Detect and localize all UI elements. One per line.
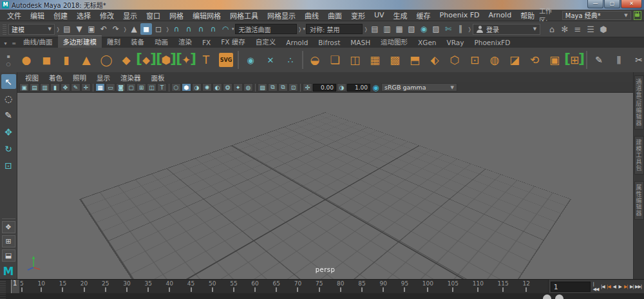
bookmark-view-icon[interactable]: ▥ — [40, 83, 50, 92]
mirror-icon[interactable]: ◫ — [345, 50, 365, 70]
render-view-icon[interactable]: ▤ — [369, 23, 381, 35]
shelf-tab[interactable]: VRay — [442, 38, 469, 48]
grease-pencil-icon[interactable]: ✎ — [71, 83, 80, 92]
sidebar-tab[interactable]: 属性编辑器 — [634, 181, 644, 220]
symmetry-caret[interactable]: ▾ — [303, 26, 306, 32]
shaded-mode-icon[interactable]: ⬢ — [182, 83, 191, 92]
group-separator[interactable]: ❭ — [166, 23, 169, 35]
group-separator[interactable]: ❭ — [124, 23, 126, 35]
frame-tick[interactable]: 85 — [358, 280, 365, 293]
shelf-tab[interactable]: XGen — [413, 38, 441, 48]
snap-to-curve-icon[interactable]: ∩ — [183, 23, 194, 35]
fold-icon[interactable]: ◪ — [505, 50, 524, 70]
snap-to-point-icon[interactable]: ∩ — [195, 23, 207, 35]
frame-tick[interactable]: 30 — [123, 280, 130, 293]
frame-tick[interactable]: 50 — [209, 280, 216, 293]
poly-disc-icon[interactable]: ⬥ — [137, 50, 156, 70]
play-backwards-button[interactable]: ◀ — [611, 282, 617, 292]
shelf-tab[interactable]: FX 缓存 — [216, 36, 251, 48]
frame-tick[interactable]: 60 — [251, 280, 258, 293]
open-scene-icon[interactable]: ▼ — [73, 23, 85, 35]
xray-mode-icon[interactable]: ◍ — [243, 83, 253, 92]
snap-to-plane-icon[interactable]: ∩ — [207, 23, 219, 35]
boolean-icon[interactable]: ⊡ — [465, 50, 484, 70]
snap-to-grid-icon[interactable]: ∩ — [171, 23, 182, 35]
panel-menu-item[interactable]: 着色 — [44, 73, 68, 82]
menu-item[interactable]: 选择 — [72, 10, 95, 21]
group-separator[interactable]: ❭ — [299, 23, 301, 35]
poly-cylinder-icon[interactable]: ▮ — [57, 50, 76, 70]
color-management-icon[interactable]: ◉ — [371, 83, 381, 92]
shelf-tab[interactable]: 多边形建模 — [58, 35, 102, 48]
menu-item[interactable]: 网格工具 — [225, 10, 263, 21]
resolution-gate-icon[interactable]: ◙ — [116, 83, 126, 92]
menu-item[interactable]: 变形 — [346, 10, 370, 21]
menu-item[interactable]: 曲线 — [300, 10, 323, 21]
multi-component-icon[interactable]: ⊞ — [565, 50, 584, 70]
poly-plane-icon[interactable]: ◆ — [117, 50, 136, 70]
shelf-tab[interactable]: FX — [197, 38, 216, 48]
film-gate-icon[interactable]: ▭ — [106, 83, 115, 92]
rotate-tool-icon[interactable]: ↻ — [1, 141, 16, 156]
select-by-object-icon[interactable]: ◼ — [140, 23, 152, 35]
range-handle[interactable] — [543, 294, 551, 299]
fill-hole-icon[interactable]: ▦ — [365, 50, 384, 70]
move-tool-icon[interactable]: ✥ — [1, 124, 16, 139]
sidebar-tab[interactable]: 通道盒/层编辑器 — [634, 75, 644, 130]
frame-tick[interactable]: 95 — [401, 280, 408, 293]
bevel-icon[interactable]: ⬡ — [445, 50, 464, 70]
group-separator[interactable]: ❭ — [468, 23, 471, 35]
step-forward-key-button[interactable]: ▶| — [623, 282, 629, 292]
extrude-icon[interactable]: ⬒ — [405, 50, 424, 70]
go-to-range-start-button[interactable]: |◀◀ — [592, 282, 600, 292]
grid-toggle-icon[interactable]: ▦ — [95, 83, 105, 92]
poly-cone-icon[interactable]: ▲ — [77, 50, 96, 70]
safe-action-icon[interactable]: ◫ — [147, 83, 156, 92]
poly-cube-icon[interactable]: ◼ — [37, 50, 56, 70]
image-plane-icon[interactable]: ▮ — [50, 83, 60, 92]
group-separator[interactable]: ❭ — [57, 23, 59, 35]
launch-render-setup-icon[interactable]: ✄ — [442, 23, 454, 35]
contrast-icon[interactable]: ◑ — [337, 83, 346, 92]
shelf-tab[interactable]: 动画 — [149, 36, 173, 48]
toggle-channel-box-icon[interactable]: ≡ — [572, 23, 583, 35]
panel-menu-item[interactable]: 显示 — [91, 73, 115, 82]
make-live-icon[interactable]: ◠ — [220, 23, 231, 35]
sign-in-select[interactable]: 登录 ▼ — [473, 24, 540, 35]
shelf-side-controls[interactable]: ▪○ — [1, 53, 16, 67]
frame-tick[interactable]: 12 — [523, 280, 530, 293]
render-settings-icon[interactable]: ▧ — [406, 23, 417, 35]
shadows-icon[interactable]: ◐ — [213, 83, 222, 92]
2d-pan-zoom-icon[interactable]: ✥ — [61, 83, 70, 92]
poly-platonic-icon[interactable]: ⬢ — [156, 50, 176, 70]
current-frame-field[interactable]: 1 — [551, 282, 590, 292]
menu-item[interactable]: 显示 — [118, 10, 142, 21]
menu-item[interactable]: 创建 — [49, 10, 72, 21]
shelf-menu-icon[interactable]: ▾ — [1, 39, 10, 48]
lasso-select-tool-icon[interactable]: ◌ — [1, 91, 16, 106]
select-by-component-icon[interactable]: ◻ — [153, 23, 164, 35]
workspace-select[interactable]: Maya 经典* ▼ — [562, 11, 631, 20]
save-scene-icon[interactable]: ▣ — [86, 23, 97, 35]
select-camera-icon[interactable]: ▣ — [19, 83, 29, 92]
ambient-occlusion-icon[interactable]: ❂ — [223, 83, 232, 92]
shelf-tab[interactable]: 运动图形 — [375, 36, 413, 48]
use-all-lights-icon[interactable]: ✺ — [202, 83, 212, 92]
shelf-separator[interactable] — [586, 51, 587, 69]
shelf-tab[interactable]: Arnold — [281, 38, 313, 48]
crease-tool-icon[interactable]: ✎ — [589, 50, 609, 70]
time-slider-track[interactable]: 1 51015202530354045505560657075808590951… — [6, 280, 548, 293]
snap-options-caret[interactable]: ▾ — [232, 26, 234, 32]
smooth-icon[interactable]: ⬖ — [425, 50, 444, 70]
menu-item[interactable]: 编辑网格 — [188, 10, 225, 21]
origin-locator-icon[interactable]: ∴ — [281, 50, 300, 70]
frame-tick[interactable]: 75 — [316, 280, 323, 293]
menu-item[interactable]: 生成 — [389, 10, 412, 21]
wireframe-mode-icon[interactable]: ⬡ — [171, 83, 181, 92]
panel-menu-item[interactable]: 面板 — [146, 73, 170, 82]
poly-super-shape-icon[interactable]: ✦ — [176, 50, 196, 70]
multi-cut-icon[interactable]: ✂ — [629, 50, 644, 70]
paint-select-tool-icon[interactable]: ✎ — [1, 108, 16, 122]
select-by-hierarchy-icon[interactable]: ▲ — [128, 23, 140, 35]
group-separator[interactable]: ❭ — [365, 23, 367, 35]
